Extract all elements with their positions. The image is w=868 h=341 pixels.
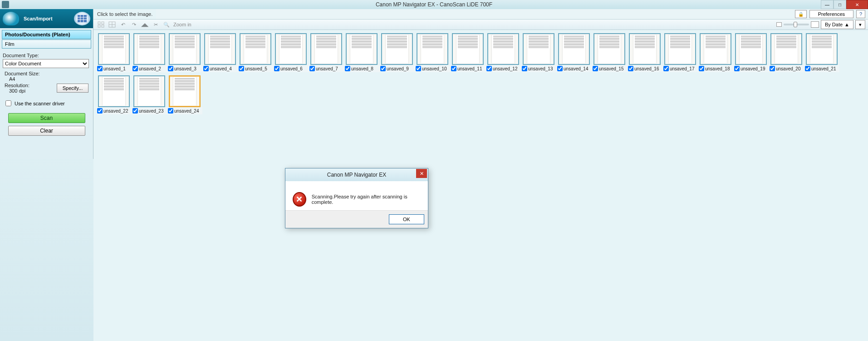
thumbnail[interactable]: unsaved_20 (769, 33, 804, 72)
dialog-close-button[interactable]: ✕ (416, 169, 427, 178)
thumbnail-checkbox[interactable] (770, 66, 775, 71)
clear-button[interactable]: Clear (8, 126, 85, 136)
minimize-button[interactable]: — (821, 0, 834, 9)
thumbnail-image[interactable] (169, 33, 201, 65)
thumbnail-checkbox[interactable] (345, 66, 350, 71)
maximize-button[interactable]: □ (834, 0, 846, 9)
thumbnail[interactable]: unsaved_16 (627, 33, 662, 72)
crop-icon[interactable]: ✂ (151, 20, 161, 29)
thumbnail-checkbox[interactable] (239, 66, 244, 71)
thumbnail-checkbox[interactable] (274, 66, 280, 71)
preferences-button[interactable]: Preferences (809, 10, 853, 18)
thumbnail[interactable]: unsaved_5 (238, 33, 273, 72)
thumbnail-image[interactable] (169, 75, 201, 107)
thumbnail[interactable]: unsaved_23 (132, 75, 167, 114)
thumbnail[interactable]: unsaved_9 (379, 33, 415, 72)
thumbnail-checkbox[interactable] (168, 66, 173, 71)
expand-button[interactable]: ▾ (855, 20, 865, 29)
thumbnail[interactable]: unsaved_24 (167, 75, 202, 114)
dialog-ok-button[interactable]: OK (389, 214, 424, 224)
thumbnail-checkbox[interactable] (309, 66, 315, 71)
thumbnail-image[interactable] (558, 33, 590, 65)
thumbnail-image[interactable] (346, 33, 378, 65)
thumbnail[interactable]: unsaved_22 (96, 75, 132, 114)
thumbnail-checkbox[interactable] (522, 66, 527, 71)
thumbnail-image[interactable] (275, 33, 307, 65)
thumbnail-image[interactable] (629, 33, 661, 65)
thumbnail-image[interactable] (487, 33, 519, 65)
thumbnail-image[interactable] (523, 33, 554, 65)
thumbnail[interactable]: unsaved_12 (485, 33, 521, 72)
thumbnail-image[interactable] (700, 33, 731, 65)
thumbnail-checkbox[interactable] (380, 66, 386, 71)
view-grid-icon[interactable] (74, 12, 90, 25)
thumbnail-checkbox[interactable] (132, 66, 138, 71)
thumbnail-checkbox[interactable] (734, 66, 740, 71)
thumbnail[interactable]: unsaved_1 (96, 33, 132, 72)
thumb-large-icon[interactable] (811, 21, 819, 28)
flip-icon[interactable]: ◢◣ (140, 20, 150, 29)
zoom-icon[interactable]: 🔍 (162, 20, 172, 29)
thumbnail-checkbox[interactable] (486, 66, 492, 71)
thumbnail-checkbox[interactable] (203, 66, 209, 71)
thumbnail-image[interactable] (310, 33, 342, 65)
thumbnail[interactable]: unsaved_8 (344, 33, 379, 72)
thumbnail-image[interactable] (204, 33, 236, 65)
thumbnail[interactable]: unsaved_21 (804, 33, 839, 72)
sort-button[interactable]: By Date ▲ (821, 20, 853, 29)
thumbnail-checkbox[interactable] (416, 66, 421, 71)
thumbnail[interactable]: unsaved_7 (309, 33, 344, 72)
grid-icon[interactable] (107, 20, 117, 29)
specify-button[interactable]: Specify... (57, 84, 88, 93)
thumbnail-image[interactable] (133, 33, 165, 65)
rotate-right-icon[interactable]: ↷ (129, 20, 139, 29)
thumbnail-checkbox[interactable] (132, 108, 138, 114)
use-driver-checkbox[interactable] (5, 100, 11, 106)
thumbnail-image[interactable] (98, 33, 130, 65)
thumbnail[interactable]: unsaved_11 (450, 33, 485, 72)
thumbnail-checkbox[interactable] (451, 66, 456, 71)
thumbnail-checkbox[interactable] (593, 66, 598, 71)
thumbnail-checkbox[interactable] (97, 108, 103, 114)
thumbnail-checkbox[interactable] (168, 108, 173, 114)
source-platen[interactable]: Photos/Documents (Platen) (2, 30, 91, 39)
thumbnail-image[interactable] (735, 33, 767, 65)
thumbnail[interactable]: unsaved_2 (132, 33, 167, 72)
source-film[interactable]: Film (2, 40, 91, 49)
thumbnail-image[interactable] (133, 75, 165, 107)
thumbnail-image[interactable] (770, 33, 802, 65)
thumbnail[interactable]: unsaved_6 (273, 33, 309, 72)
thumbnail-checkbox[interactable] (663, 66, 669, 71)
rotate-left-icon[interactable]: ↶ (118, 20, 128, 29)
thumbnail-checkbox[interactable] (805, 66, 810, 71)
thumbnail[interactable]: unsaved_17 (662, 33, 698, 72)
select-all-icon[interactable] (96, 20, 106, 29)
thumbnail-image[interactable] (417, 33, 448, 65)
thumbnail[interactable]: unsaved_15 (592, 33, 627, 72)
thumbnail-image[interactable] (664, 33, 696, 65)
thumbnail[interactable]: unsaved_18 (698, 33, 733, 72)
thumbnail-checkbox[interactable] (699, 66, 704, 71)
thumbnail-image[interactable] (381, 33, 413, 65)
thumbnail[interactable]: unsaved_14 (556, 33, 592, 72)
thumb-size-slider[interactable] (784, 24, 809, 25)
scan-button[interactable]: Scan (8, 113, 85, 123)
thumbnail-checkbox[interactable] (628, 66, 633, 71)
thumbnail[interactable]: unsaved_13 (521, 33, 556, 72)
thumbnail[interactable]: unsaved_10 (415, 33, 450, 72)
help-button[interactable]: ? (856, 10, 865, 18)
close-button[interactable]: ✕ (846, 0, 868, 9)
thumb-small-icon[interactable] (776, 22, 782, 27)
thumbnail[interactable]: unsaved_3 (167, 33, 202, 72)
thumbnail-checkbox[interactable] (97, 66, 103, 71)
thumbnail-image[interactable] (240, 33, 271, 65)
thumbnail-image[interactable] (98, 75, 130, 107)
thumbnail[interactable]: unsaved_4 (202, 33, 238, 72)
thumbnail-image[interactable] (593, 33, 625, 65)
thumbnail[interactable]: unsaved_19 (733, 33, 769, 72)
thumbnail-image[interactable] (452, 33, 484, 65)
doc-type-select[interactable]: Color Document (3, 59, 89, 68)
thumbnail-image[interactable] (806, 33, 838, 65)
thumbnail-checkbox[interactable] (557, 66, 563, 71)
lock-icon[interactable]: 🔒 (795, 10, 807, 18)
